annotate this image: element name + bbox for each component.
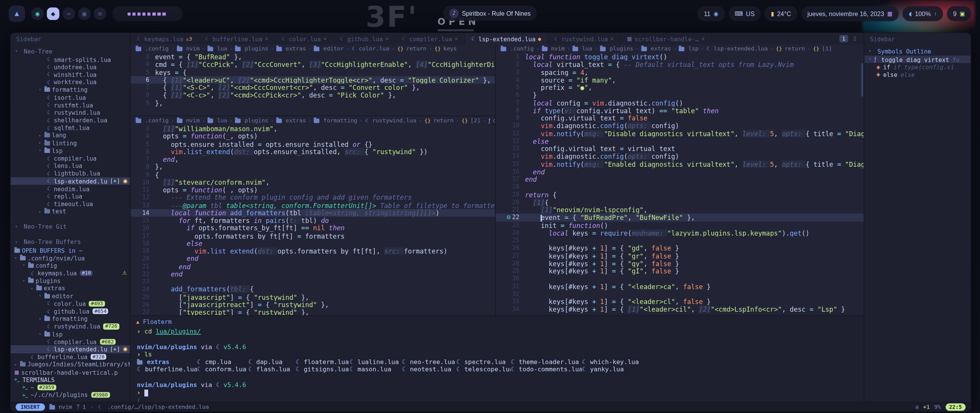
tree-item-worktree-lua[interactable]: ☾worktree.lua	[11, 78, 130, 86]
code-line-22[interactable]: 22 end	[131, 270, 495, 278]
module-updates[interactable]: 11◉	[697, 6, 725, 21]
code-line-4[interactable]: 4 source = "if_many",	[496, 76, 864, 84]
module-volume[interactable]: ◖100%↑	[903, 6, 943, 21]
code-line-27[interactable]: 27 ["typescript"] = { "rustywind" },	[131, 309, 495, 315]
code-line-6[interactable]: 6 }	[496, 91, 864, 99]
ls-entry-neotest-lua[interactable]: ☾neotest.lua	[402, 366, 456, 374]
code-line-1[interactable]: 1local function toggle_diag_virtext()	[496, 53, 864, 61]
tab-scrollbar-handle[interactable]: ▦scrollbar-handle-…×	[621, 33, 711, 44]
code-area[interactable]: 3 [1]"williamboman/mason.nvim",4 opts = …	[131, 125, 495, 315]
tree-item-bufferline-lua[interactable]: ☾bufferline.lua#328	[11, 353, 130, 361]
code-line-23[interactable]: 23	[131, 278, 495, 286]
section-header-neo-tree[interactable]: ▾Neo-Tree	[11, 47, 130, 55]
breadcrumb-item[interactable]: nvim	[186, 46, 199, 52]
scrollbar-handle[interactable]	[861, 63, 863, 97]
breadcrumb-item[interactable]: extras	[286, 117, 306, 124]
module-temperature[interactable]: ▮24°C	[764, 6, 797, 21]
module-keyboard-layout[interactable]: ⌨US	[728, 6, 761, 21]
code-line-24[interactable]: 24 local keys = require(modname: "lazyvi…	[496, 229, 864, 237]
terminal-output[interactable]: › cd lua/plugins/nvim/lua/plugins via ☾ …	[131, 327, 864, 402]
workspace-button-4[interactable]: ▣	[78, 8, 91, 20]
code-line-13[interactable]: 13 ---@param tbl table<string, conform.F…	[131, 202, 495, 209]
tree-item-repl-lua[interactable]: ☾repl.lua	[11, 192, 130, 200]
code-line-25[interactable]: 25 ["javascript"] = { "rustywind" },	[131, 293, 495, 301]
ls-entry-todo-comments-lua[interactable]: ☾todo-comments.lua	[511, 366, 582, 374]
code-line-18[interactable]: 18	[496, 183, 864, 191]
code-line-26[interactable]: 26 keys[#keys + 1] = { "gd", false }	[496, 244, 864, 252]
close-icon[interactable]: ×	[265, 36, 268, 42]
code-line-25[interactable]: 25	[496, 237, 864, 244]
code-line-30[interactable]: 30	[496, 275, 864, 283]
outline-item-toggle-diag-virtext[interactable]: ▾ƒtoggle_diag_virtextfu	[864, 55, 971, 63]
breadcrumb-item[interactable]: editor	[323, 46, 344, 52]
code-line-4[interactable]: 4 opts = function(_, opts)	[131, 133, 495, 140]
ls-entry-yanky-lua[interactable]: ☾yanky.lua	[582, 366, 644, 374]
git-branch-segment[interactable]: ᛘ1	[77, 404, 86, 410]
code-line-27[interactable]: 27 keys[#keys + 1] = { "gr", false }	[496, 252, 864, 260]
breadcrumb-item[interactable]: plugins	[245, 46, 268, 52]
code-line-11[interactable]: 11 opts = function(_, opts)	[131, 186, 495, 194]
breadcrumb-item[interactable]: extras	[286, 46, 306, 52]
tree-item-open-buffers-in[interactable]: OPEN BUFFERS in ~	[11, 247, 130, 254]
ls-entry-flash-lua[interactable]: ☾flash.lua	[248, 366, 296, 374]
tree-item-shellharden-lua[interactable]: ☾shellharden.lua	[11, 116, 130, 124]
tree-item-compiler-lua[interactable]: ☾compiler.lua	[11, 154, 130, 162]
ls-entry-lualine-lua[interactable]: ☾lualine.lua	[350, 358, 402, 366]
cwd-segment[interactable]: nvim	[49, 404, 72, 410]
code-line-26[interactable]: 26 ["javascriptreact"] = { "rustywind" }…	[131, 301, 495, 309]
launcher-button[interactable]: ▲	[9, 6, 25, 22]
code-line-29[interactable]: 29 keys[#keys + 1] = { "gI", false }	[496, 267, 864, 275]
tree-item-winshift-lua[interactable]: ☾winshift.lua	[11, 71, 130, 78]
code-line-3[interactable]: 3 spacing = 4,	[496, 68, 864, 76]
tree-item-lsp[interactable]: ▾lsp	[11, 147, 130, 154]
breadcrumb-item[interactable]: .config	[145, 117, 169, 124]
ls-entry-floaterm-lua[interactable]: ☾floaterm.lua	[296, 358, 349, 366]
code-line-9[interactable]: 9},	[131, 99, 495, 107]
breadcrumb-item[interactable]: plugins	[609, 46, 633, 52]
tree-item-juegos-indies-steamlibrary-st[interactable]: ▸Juegos/Indies/SteamLibrary/st	[11, 361, 130, 368]
code-line-6[interactable]: 6 vim.list_extend(dst: opts.ensure_insta…	[131, 148, 495, 156]
breadcrumb-item[interactable]: lsp-extended.lua	[714, 46, 768, 52]
tree-item-config[interactable]: ▾config	[11, 262, 130, 270]
code-line-9[interactable]: 9{	[131, 171, 495, 179]
close-icon[interactable]: ×	[611, 36, 614, 42]
tree-item-item[interactable]: >_~#2859	[11, 384, 130, 391]
code-line-11[interactable]: 11 vim.notify(msg: "Disable diagnostics …	[496, 130, 864, 137]
breadcrumb-item[interactable]: color.lua	[359, 46, 389, 52]
section-header-neo-tree-git[interactable]: ▾Neo-Tree Git	[11, 222, 130, 231]
breadcrumb-item[interactable]: lua	[217, 117, 227, 124]
tree-item-rustywind-lua[interactable]: ☾rustywind.lua#726	[11, 323, 130, 330]
code-area[interactable]: 3event = { "BufRead" },4cmd = { [1]"CccP…	[131, 53, 495, 107]
tree-item-rustfmt-lua[interactable]: ☾rustfmt.lua	[11, 101, 130, 109]
tree-item-lsp-extended-lu[interactable]: ☾lsp-extended.lu[+]	[11, 177, 130, 185]
code-line-20[interactable]: 20 [1]{	[496, 198, 864, 206]
close-icon[interactable]: ×	[385, 36, 389, 42]
tab-compiler-lua[interactable]: ☾compiler.lua×	[396, 33, 465, 44]
breadcrumb-item[interactable]: .config	[510, 46, 534, 52]
breadcrumb-item[interactable]: nvim	[186, 117, 199, 124]
tab-keymaps-lua[interactable]: ☾keymaps.lua⚠3	[131, 33, 199, 44]
tabpage-2[interactable]: 2	[850, 35, 859, 42]
tabpage-1[interactable]: 1	[840, 35, 848, 42]
code-line-10[interactable]: 10 vim.diagnostic.config(opts: config)	[496, 122, 864, 130]
ls-entry-extras[interactable]: extras	[137, 358, 197, 366]
tree-item-color-lua[interactable]: ☾color.lua#493	[11, 300, 130, 307]
breadcrumb-item[interactable]: keys	[443, 46, 457, 52]
tree-item-sqlfmt-lua[interactable]: ☾sqlfmt.lua	[11, 124, 130, 132]
tree-item-keymaps-lua[interactable]: ☾keymaps.lua#10⚠	[11, 269, 130, 277]
code-line-8[interactable]: 8 if type(v: config.virtual_text) == "ta…	[496, 107, 864, 114]
tree-item-scrollbar-handle-vertical-p[interactable]: ▦scrollbar-handle-vertical.p	[11, 368, 130, 376]
ls-entry-dap-lua[interactable]: ☾dap.lua	[248, 358, 296, 366]
breadcrumb-item[interactable]: .config	[145, 46, 169, 52]
code-line-6[interactable]: 6 { [1]"<leader>uC", [2]"<cmd>CccHighlig…	[131, 76, 495, 84]
breadcrumb-item[interactable]: extras	[651, 46, 671, 52]
media-progress-widget[interactable]	[113, 6, 183, 21]
close-icon[interactable]: ×	[323, 36, 327, 42]
tree-item-terminals[interactable]: >_TERMINALS	[11, 376, 130, 384]
code-line-28[interactable]: 28 keys[#keys + 1] = { "gy", false }	[496, 260, 864, 267]
tree-item-neodim-lua[interactable]: ☾neodim.lua	[11, 185, 130, 193]
code-line-20[interactable]: 20 end	[131, 255, 495, 263]
tree-item-isort-lua[interactable]: ☾isort.lua	[11, 94, 130, 101]
code-line-17[interactable]: 17 opts.formatters_by_ft[ft] = formatter…	[131, 232, 495, 240]
breadcrumb-item[interactable]: formatting	[323, 117, 357, 124]
